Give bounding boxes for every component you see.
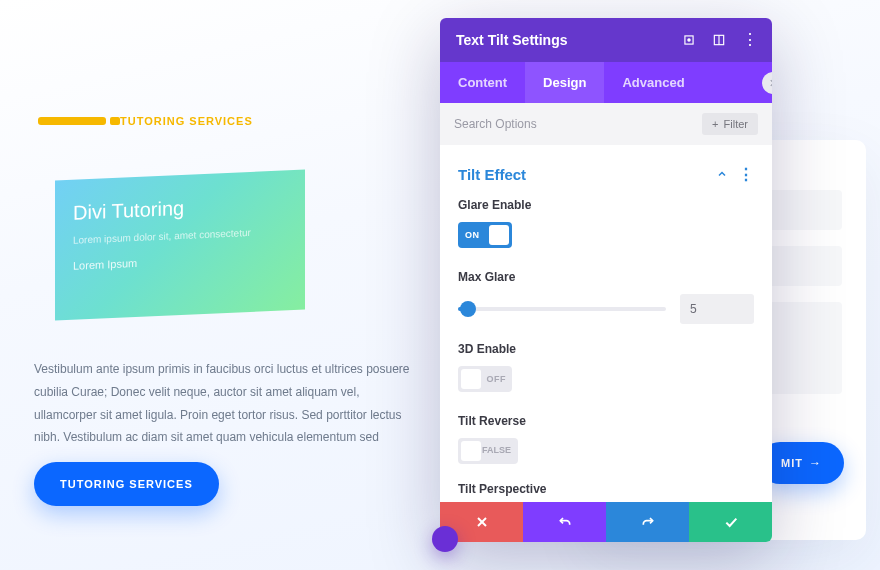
field-max-glare: Max Glare 5 — [458, 270, 754, 324]
search-row: Search Options + Filter — [440, 103, 772, 145]
toggle-glare-enable[interactable]: ON — [458, 222, 512, 248]
tilt-preview-card: Divi Tutoring Lorem ipsum dolor sit, ame… — [55, 170, 305, 321]
panel-footer — [440, 502, 772, 542]
tilt-preview-link[interactable]: Lorem Ipsum — [73, 250, 287, 271]
toggle-glare-enable-state: ON — [465, 230, 480, 240]
section-title: Tilt Effect — [458, 166, 526, 183]
field-tilt-perspective: Tilt Perspective 1000 — [458, 482, 754, 502]
field-3d-enable: 3D Enable OFF — [458, 342, 754, 396]
toggle-3d-enable-state: OFF — [487, 374, 507, 384]
body-copy: Vestibulum ante ipsum primis in faucibus… — [34, 358, 424, 449]
tutoring-services-button[interactable]: TUTORING SERVICES — [34, 462, 219, 506]
plus-icon: + — [712, 118, 718, 130]
slider-max-glare[interactable] — [458, 297, 666, 321]
toggle-3d-enable[interactable]: OFF — [458, 366, 512, 392]
label-max-glare: Max Glare — [458, 270, 754, 284]
undo-button[interactable] — [523, 502, 606, 542]
svg-point-1 — [688, 39, 690, 41]
submit-button-label: MIT — [781, 457, 803, 469]
eyebrow-text: TUTORING SERVICES — [120, 115, 253, 127]
value-max-glare[interactable]: 5 — [680, 294, 754, 324]
slider-thumb[interactable] — [460, 301, 476, 317]
label-tilt-reverse: Tilt Reverse — [458, 414, 754, 428]
label-tilt-perspective: Tilt Perspective — [458, 482, 754, 496]
close-icon[interactable]: ✕ — [762, 72, 772, 94]
panel-tabs: Content Design Advanced ✕ — [440, 62, 772, 103]
kebab-icon[interactable]: ⋮ — [742, 33, 756, 47]
chevron-up-icon[interactable] — [716, 166, 728, 184]
eyebrow: TUTORING SERVICES — [38, 115, 253, 127]
panel-header[interactable]: Text Tilt Settings ⋮ — [440, 18, 772, 62]
panel-title: Text Tilt Settings — [456, 32, 568, 48]
search-input[interactable]: Search Options — [454, 117, 537, 131]
toggle-knob — [461, 369, 481, 389]
arrow-right-icon: → — [809, 456, 822, 470]
filter-button[interactable]: + Filter — [702, 113, 758, 135]
tilt-preview-title: Divi Tutoring — [73, 192, 287, 224]
label-glare-enable: Glare Enable — [458, 198, 754, 212]
toggle-knob — [489, 225, 509, 245]
toggle-knob — [461, 441, 481, 461]
field-tilt-reverse: Tilt Reverse FALSE — [458, 414, 754, 464]
expand-icon[interactable] — [682, 33, 696, 47]
section-header[interactable]: Tilt Effect ⋮ — [458, 157, 754, 198]
redo-button[interactable] — [606, 502, 689, 542]
panel-body[interactable]: Tilt Effect ⋮ Glare Enable ON Max Glare — [440, 145, 772, 502]
tilt-preview-subtitle: Lorem ipsum dolor sit, amet consectetur — [73, 225, 287, 245]
toggle-tilt-reverse-state: FALSE — [482, 445, 511, 455]
label-3d-enable: 3D Enable — [458, 342, 754, 356]
snap-icon[interactable] — [712, 33, 726, 47]
tab-design[interactable]: Design — [525, 62, 604, 103]
filter-button-label: Filter — [724, 118, 748, 130]
tab-advanced[interactable]: Advanced — [604, 62, 702, 103]
field-glare-enable: Glare Enable ON — [458, 198, 754, 252]
drag-handle-orb[interactable] — [432, 526, 458, 552]
eyebrow-accent-bar — [38, 117, 106, 125]
section-kebab-icon[interactable]: ⋮ — [738, 165, 754, 184]
save-button[interactable] — [689, 502, 772, 542]
tab-content[interactable]: Content — [440, 62, 525, 103]
settings-panel: Text Tilt Settings ⋮ Content Design Adva… — [440, 18, 772, 542]
toggle-tilt-reverse[interactable]: FALSE — [458, 438, 518, 464]
